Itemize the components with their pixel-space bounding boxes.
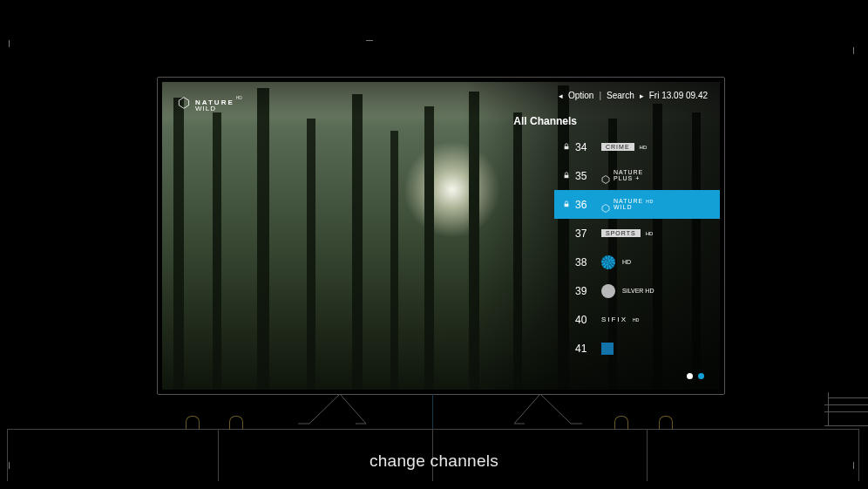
channel-number: 39: [575, 285, 601, 297]
channel-number: 34: [575, 141, 601, 153]
channel-number: 36: [575, 199, 601, 211]
search-link[interactable]: Search: [607, 91, 634, 100]
svg-rect-4: [565, 203, 569, 207]
lock-icon: [563, 200, 570, 209]
channel-row[interactable]: 34CRIMEHD: [554, 132, 720, 161]
channel-brand: SPORTSHD: [601, 229, 653, 237]
channel-number: 38: [575, 256, 601, 268]
lock-icon: [563, 172, 570, 180]
circle-icon: [601, 255, 615, 269]
page-dot[interactable]: [687, 373, 693, 379]
hexagon-icon: [601, 172, 610, 180]
lock-icon: [563, 143, 570, 152]
caption: change channels: [0, 452, 868, 471]
channel-brand: CRIMEHD: [601, 143, 647, 151]
page-indicator[interactable]: [687, 373, 704, 379]
svg-rect-1: [565, 146, 569, 149]
chevron-left-icon[interactable]: ◂: [559, 92, 563, 100]
channel-row[interactable]: 35NATUREPLUS +: [554, 161, 720, 190]
hexagon-icon: [601, 200, 610, 209]
page-dot[interactable]: [698, 373, 704, 379]
datetime: Fri 13.09 09.42: [649, 91, 708, 100]
square-icon: [601, 343, 614, 355]
channel-brand: NATURE HDWILD: [601, 199, 654, 210]
channel-number: 41: [575, 343, 601, 355]
logo-line2: WILD: [195, 106, 242, 112]
channel-brand: [601, 343, 614, 355]
channel-number: 37: [575, 228, 601, 240]
channel-brand: SIFIXHD: [601, 316, 639, 323]
channel-number: 40: [575, 314, 601, 326]
tv-frame: NATUREHD WILD ◂ Option | Search ▸ Fri 13…: [157, 77, 725, 395]
channel-number: 35: [575, 170, 601, 182]
top-nav: ◂ Option | Search ▸ Fri 13.09 09.42: [559, 91, 708, 100]
channel-row[interactable]: 40SIFIXHD: [554, 305, 720, 334]
channel-brand: HD: [601, 255, 631, 269]
svg-marker-5: [602, 204, 609, 212]
channel-row[interactable]: 39SILVER HD: [554, 276, 720, 305]
current-channel-logo: NATUREHD WILD: [178, 94, 242, 112]
tv-stand: [288, 394, 593, 425]
channel-row[interactable]: 38HD: [554, 248, 720, 276]
panel-title: All Channels: [513, 115, 577, 127]
tv-screen: NATUREHD WILD ◂ Option | Search ▸ Fri 13…: [162, 82, 720, 390]
channel-brand: SILVER HD: [601, 284, 654, 298]
furniture-outline: [824, 392, 868, 427]
channel-list: 34CRIMEHD35NATUREPLUS +36NATURE HDWILD37…: [554, 132, 720, 363]
channel-brand: NATUREPLUS +: [601, 170, 643, 181]
svg-marker-0: [179, 98, 188, 109]
channel-row[interactable]: 36NATURE HDWILD: [554, 190, 720, 219]
chevron-right-icon[interactable]: ▸: [640, 92, 644, 100]
channel-row[interactable]: 37SPORTSHD: [554, 219, 720, 248]
channel-row[interactable]: 41: [554, 334, 720, 363]
circle-icon: [601, 284, 615, 298]
hexagon-icon: [178, 97, 190, 109]
svg-marker-3: [602, 175, 609, 183]
svg-rect-2: [565, 174, 569, 178]
option-link[interactable]: Option: [568, 91, 593, 100]
